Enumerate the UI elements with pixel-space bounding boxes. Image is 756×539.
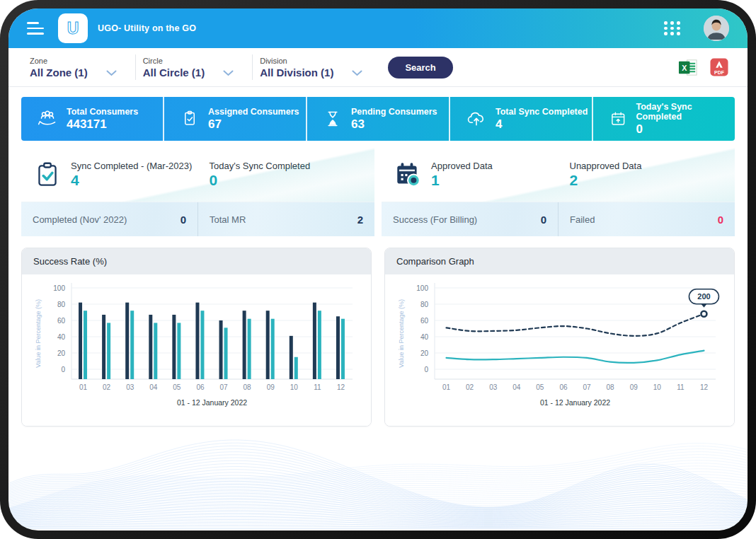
- cell-value: 2: [357, 214, 363, 226]
- calendar-approved-icon: [393, 160, 423, 190]
- stat-value: 0: [636, 122, 735, 137]
- cell-label: Completed (Nov' 2022): [33, 214, 127, 225]
- svg-text:05: 05: [173, 383, 181, 391]
- svg-text:60: 60: [57, 316, 65, 324]
- total-mr-cell: Total MR 2: [197, 202, 374, 236]
- stat-label: Sync Completed - (Mar-2023): [71, 161, 192, 171]
- svg-text:100: 100: [53, 284, 65, 291]
- consumers-hand-icon: [37, 108, 58, 129]
- svg-text:80: 80: [420, 300, 428, 308]
- svg-text:06: 06: [196, 383, 205, 391]
- svg-text:20: 20: [57, 349, 65, 357]
- divider: [135, 54, 136, 80]
- stat-label: Total Consumers: [67, 107, 138, 117]
- tablet-frame: U UGO- Utility on the GO: [0, 0, 756, 539]
- zone-value: All Zone (1): [30, 66, 88, 79]
- stat-label: Total Sync Completed: [496, 107, 588, 117]
- comparison-graph-card: Comparison Graph 020406080100Value in Pe…: [384, 248, 735, 427]
- cloud-upload-icon: [466, 108, 487, 129]
- divider: [252, 54, 253, 80]
- svg-text:100: 100: [416, 284, 428, 291]
- stat-value: 4: [496, 117, 588, 132]
- svg-text:20: 20: [420, 349, 428, 357]
- svg-text:X: X: [682, 63, 687, 71]
- sync-summary-panel: Sync Completed - (Mar-2023) 4 Today's Sy…: [21, 148, 374, 236]
- cell-value: 0: [181, 214, 186, 226]
- svg-text:12: 12: [699, 383, 708, 391]
- division-dropdown[interactable]: Division All Division (1): [257, 57, 377, 79]
- svg-text:04: 04: [149, 383, 158, 391]
- sync-summary-strip: Completed (Nov' 2022) 0 Total MR 2: [21, 202, 374, 236]
- division-value: All Division (1): [260, 66, 333, 79]
- user-avatar[interactable]: [704, 16, 729, 41]
- stat-total-sync: Total Sync Completed 4: [450, 97, 593, 141]
- stat-value: 63: [351, 117, 437, 132]
- svg-text:60: 60: [420, 316, 428, 324]
- cell-value: 0: [541, 214, 546, 226]
- circle-dropdown[interactable]: Circle All Circle (1): [140, 57, 248, 79]
- svg-text:09: 09: [266, 383, 275, 391]
- apps-grid-icon[interactable]: [664, 21, 681, 35]
- chart-title: Comparison Graph: [385, 248, 734, 274]
- hamburger-menu-icon[interactable]: [27, 22, 44, 35]
- cell-label: Failed: [570, 214, 595, 225]
- svg-text:0: 0: [424, 365, 428, 373]
- svg-text:04: 04: [512, 383, 521, 391]
- stat-value: 2: [570, 172, 642, 189]
- stat-label: Unapproved Data: [570, 161, 642, 171]
- svg-text:0: 0: [61, 365, 65, 373]
- svg-text:09: 09: [629, 383, 638, 391]
- stat-todays-sync: Today's Sync Completed 0: [593, 97, 735, 141]
- svg-text:02: 02: [103, 383, 111, 391]
- clipboard-check-icon: [180, 109, 200, 129]
- svg-text:Value in Percentage (%): Value in Percentage (%): [398, 299, 405, 368]
- stat-label: Approved Data: [431, 161, 493, 171]
- dashboard-content: Total Consumers 443171 Assigned Consumer…: [8, 87, 748, 427]
- chart-title: Success Rate (%): [22, 248, 371, 274]
- success-billing-cell: Success (For Billing) 0: [382, 202, 558, 236]
- svg-text:01 - 12 January 2022: 01 - 12 January 2022: [176, 398, 246, 407]
- pdf-export-icon[interactable]: PDF: [709, 57, 729, 77]
- svg-text:07: 07: [583, 383, 591, 391]
- svg-text:Value in Percentage (%): Value in Percentage (%): [35, 299, 42, 368]
- summary-panels: Sync Completed - (Mar-2023) 4 Today's Sy…: [21, 148, 735, 236]
- cell-value: 0: [718, 214, 723, 226]
- svg-text:05: 05: [536, 383, 544, 391]
- zone-label: Zone: [30, 57, 88, 65]
- app-header: U UGO- Utility on the GO: [8, 8, 748, 48]
- stat-total-consumers: Total Consumers 443171: [21, 97, 164, 141]
- completed-nov-cell: Completed (Nov' 2022) 0: [21, 202, 197, 236]
- stat-pending-consumers: Pending Consumers 63: [307, 97, 450, 141]
- chevron-down-icon: [352, 70, 362, 76]
- svg-text:11: 11: [677, 383, 685, 391]
- svg-text:40: 40: [420, 332, 428, 340]
- excel-export-icon[interactable]: X: [677, 57, 699, 78]
- stat-value: 1: [431, 172, 493, 189]
- svg-text:12: 12: [336, 383, 345, 391]
- svg-text:01: 01: [79, 383, 87, 391]
- stat-value: 67: [208, 117, 299, 132]
- svg-text:02: 02: [466, 383, 474, 391]
- svg-text:06: 06: [559, 383, 568, 391]
- circle-value: All Circle (1): [143, 66, 205, 79]
- stat-value: 443171: [67, 117, 138, 132]
- svg-text:80: 80: [57, 300, 65, 308]
- app-logo: U: [58, 13, 88, 43]
- stat-label: Pending Consumers: [351, 107, 437, 117]
- svg-text:03: 03: [126, 383, 134, 391]
- svg-text:03: 03: [489, 383, 498, 391]
- division-label: Division: [260, 57, 333, 65]
- svg-text:01 - 12 January 2022: 01 - 12 January 2022: [539, 398, 609, 407]
- svg-text:40: 40: [57, 332, 65, 340]
- comparison-line-chart: 020406080100Value in Percentage (%)01020…: [394, 278, 726, 423]
- approved-data-stat: Approved Data 1: [382, 160, 559, 190]
- clipboard-check-icon: [33, 160, 62, 190]
- zone-dropdown[interactable]: Zone All Zone (1): [27, 57, 131, 79]
- decorative-wave-pattern: [8, 435, 748, 531]
- svg-text:PDF: PDF: [714, 70, 725, 75]
- stat-label: Today's Sync Completed: [210, 161, 311, 171]
- stat-label: Assigned Consumers: [208, 107, 299, 117]
- search-button[interactable]: Search: [388, 57, 452, 79]
- approval-summary-panel: Approved Data 1 Unapproved Data 2: [382, 148, 735, 236]
- unapproved-data-stat: Unapproved Data 2: [559, 161, 735, 189]
